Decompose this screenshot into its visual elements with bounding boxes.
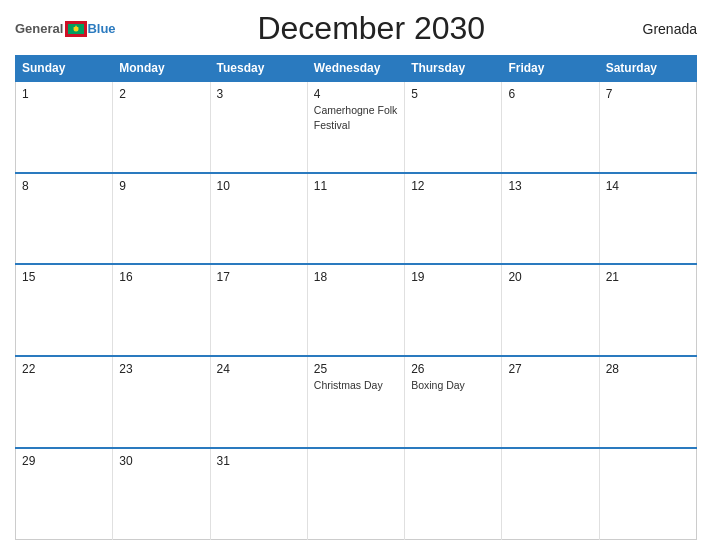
day-number: 7 bbox=[606, 87, 690, 101]
day-number: 17 bbox=[217, 270, 301, 284]
days-header-row: SundayMondayTuesdayWednesdayThursdayFrid… bbox=[16, 56, 697, 82]
day-number: 4 bbox=[314, 87, 398, 101]
day-header-sunday: Sunday bbox=[16, 56, 113, 82]
calendar-cell: 12 bbox=[405, 173, 502, 265]
day-number: 31 bbox=[217, 454, 301, 468]
day-number: 12 bbox=[411, 179, 495, 193]
page-title: December 2030 bbox=[116, 10, 627, 47]
calendar-cell: 18 bbox=[307, 264, 404, 356]
day-number: 13 bbox=[508, 179, 592, 193]
calendar-cell: 4Camerhogne Folk Festival bbox=[307, 81, 404, 173]
calendar-cell: 10 bbox=[210, 173, 307, 265]
day-number: 29 bbox=[22, 454, 106, 468]
calendar-cell: 16 bbox=[113, 264, 210, 356]
calendar-cell: 20 bbox=[502, 264, 599, 356]
calendar-table: SundayMondayTuesdayWednesdayThursdayFrid… bbox=[15, 55, 697, 540]
day-number: 2 bbox=[119, 87, 203, 101]
event-label: Boxing Day bbox=[411, 379, 465, 391]
day-number: 10 bbox=[217, 179, 301, 193]
day-number: 28 bbox=[606, 362, 690, 376]
week-row-4: 293031 bbox=[16, 448, 697, 540]
calendar-cell: 26Boxing Day bbox=[405, 356, 502, 448]
day-header-friday: Friday bbox=[502, 56, 599, 82]
week-row-0: 1234Camerhogne Folk Festival567 bbox=[16, 81, 697, 173]
logo-general-text: General bbox=[15, 21, 63, 36]
week-row-2: 15161718192021 bbox=[16, 264, 697, 356]
country-label: Grenada bbox=[627, 21, 697, 37]
day-number: 25 bbox=[314, 362, 398, 376]
day-number: 11 bbox=[314, 179, 398, 193]
calendar-cell: 1 bbox=[16, 81, 113, 173]
logo-blue-text: Blue bbox=[87, 21, 115, 36]
calendar-cell: 3 bbox=[210, 81, 307, 173]
calendar-cell: 23 bbox=[113, 356, 210, 448]
calendar-cell: 8 bbox=[16, 173, 113, 265]
day-number: 26 bbox=[411, 362, 495, 376]
logo: General Blue bbox=[15, 21, 116, 37]
calendar-cell: 24 bbox=[210, 356, 307, 448]
calendar-cell: 15 bbox=[16, 264, 113, 356]
calendar-cell: 2 bbox=[113, 81, 210, 173]
day-number: 24 bbox=[217, 362, 301, 376]
day-number: 9 bbox=[119, 179, 203, 193]
calendar-cell bbox=[599, 448, 696, 540]
event-label: Christmas Day bbox=[314, 379, 383, 391]
calendar-cell: 13 bbox=[502, 173, 599, 265]
svg-point-3 bbox=[74, 26, 79, 31]
day-number: 30 bbox=[119, 454, 203, 468]
day-number: 21 bbox=[606, 270, 690, 284]
logo-flag-icon bbox=[65, 21, 87, 37]
calendar-cell: 5 bbox=[405, 81, 502, 173]
day-number: 6 bbox=[508, 87, 592, 101]
calendar-cell bbox=[502, 448, 599, 540]
day-header-thursday: Thursday bbox=[405, 56, 502, 82]
calendar-cell: 19 bbox=[405, 264, 502, 356]
day-number: 18 bbox=[314, 270, 398, 284]
calendar-cell: 28 bbox=[599, 356, 696, 448]
day-number: 14 bbox=[606, 179, 690, 193]
day-number: 20 bbox=[508, 270, 592, 284]
day-number: 8 bbox=[22, 179, 106, 193]
day-header-tuesday: Tuesday bbox=[210, 56, 307, 82]
day-number: 5 bbox=[411, 87, 495, 101]
day-header-monday: Monday bbox=[113, 56, 210, 82]
calendar-cell bbox=[405, 448, 502, 540]
week-row-3: 22232425Christmas Day26Boxing Day2728 bbox=[16, 356, 697, 448]
calendar-cell: 21 bbox=[599, 264, 696, 356]
calendar-cell: 17 bbox=[210, 264, 307, 356]
calendar-cell: 22 bbox=[16, 356, 113, 448]
calendar-body: 1234Camerhogne Folk Festival567891011121… bbox=[16, 81, 697, 540]
calendar-cell: 30 bbox=[113, 448, 210, 540]
page-container: General Blue December 2030 Grenada Sunda… bbox=[0, 0, 712, 550]
day-header-saturday: Saturday bbox=[599, 56, 696, 82]
calendar-cell: 9 bbox=[113, 173, 210, 265]
day-number: 1 bbox=[22, 87, 106, 101]
calendar-cell: 27 bbox=[502, 356, 599, 448]
calendar-cell: 31 bbox=[210, 448, 307, 540]
calendar-cell bbox=[307, 448, 404, 540]
day-number: 19 bbox=[411, 270, 495, 284]
event-label: Camerhogne Folk Festival bbox=[314, 104, 397, 131]
calendar-cell: 11 bbox=[307, 173, 404, 265]
day-number: 16 bbox=[119, 270, 203, 284]
day-number: 3 bbox=[217, 87, 301, 101]
week-row-1: 891011121314 bbox=[16, 173, 697, 265]
day-number: 23 bbox=[119, 362, 203, 376]
calendar-cell: 29 bbox=[16, 448, 113, 540]
calendar-cell: 7 bbox=[599, 81, 696, 173]
calendar-cell: 14 bbox=[599, 173, 696, 265]
day-header-wednesday: Wednesday bbox=[307, 56, 404, 82]
day-number: 27 bbox=[508, 362, 592, 376]
day-number: 15 bbox=[22, 270, 106, 284]
day-number: 22 bbox=[22, 362, 106, 376]
calendar-cell: 25Christmas Day bbox=[307, 356, 404, 448]
header: General Blue December 2030 Grenada bbox=[15, 10, 697, 47]
calendar-cell: 6 bbox=[502, 81, 599, 173]
